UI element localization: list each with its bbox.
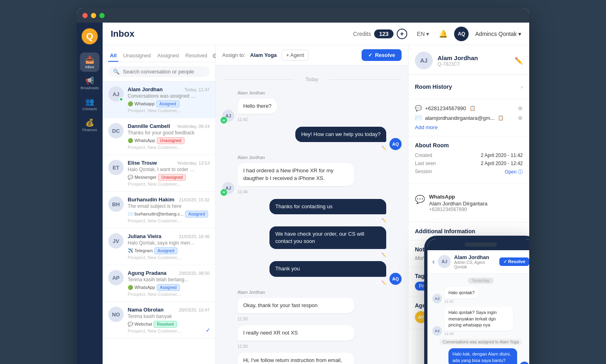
credits-badge: 123 bbox=[374, 29, 393, 38]
about-key: Created bbox=[415, 153, 432, 158]
conv-time: 28/03/20, 10:47 bbox=[179, 308, 210, 312]
conv-search: 🔍 bbox=[103, 62, 215, 82]
list-item[interactable]: JV Juliana Vieira 31/03/20, 18:46 Halo Q… bbox=[103, 228, 215, 265]
remove-email-icon[interactable]: ⊗ bbox=[518, 115, 523, 121]
conv-info: Dannille Cambell Yesterday, 09:24 Thanks… bbox=[128, 123, 210, 150]
conv-preview: Halo Qontak, saya ingin mena... bbox=[128, 240, 196, 246]
conv-name: Nama Obrolan bbox=[128, 307, 164, 313]
maximize-dot[interactable] bbox=[99, 13, 105, 18]
list-item[interactable]: BH Burhanudin Hakim 31/03/20, 15:32 The … bbox=[103, 192, 215, 228]
assign-name[interactable]: Alam Yoga bbox=[250, 52, 277, 58]
sidebar-item-broadcasts[interactable]: 📢 Broadcasts bbox=[80, 73, 99, 93]
remove-phone-icon[interactable]: ⊗ bbox=[518, 105, 523, 111]
conv-info: Agung Pradana 29/03/20, 08:50 Terima kas… bbox=[128, 270, 210, 297]
tab-assigned[interactable]: Assigned bbox=[156, 50, 180, 62]
mobile-msg-row: AJ Halo qontak? 11:42 bbox=[432, 287, 529, 303]
about-val: 2 April 2020 - 11:42 bbox=[481, 153, 523, 158]
mobile-back-button[interactable]: ‹ bbox=[432, 257, 435, 266]
sidebar-item-finances[interactable]: 💰 Finances bbox=[80, 115, 99, 135]
bubble: Hi, I've follow return instruction from … bbox=[238, 353, 354, 364]
msg-time: 11:50 bbox=[238, 344, 354, 349]
sidebar-logo: Q bbox=[82, 28, 98, 44]
contacts-icon: 👥 bbox=[85, 97, 94, 106]
tag-badge: Unassigned bbox=[158, 174, 186, 181]
panel-user-header: AJ Alam Jordhan Q-7823C7 ✏️ bbox=[408, 45, 529, 75]
edit-user-button[interactable]: ✏️ bbox=[515, 57, 523, 65]
msg-sender: Alam Jordhan bbox=[238, 90, 277, 95]
finances-icon: 💰 bbox=[85, 118, 94, 127]
avatar: JV bbox=[108, 233, 124, 249]
msg-time: 11:42 bbox=[238, 117, 277, 122]
conv-channel: 🟢 Whatsapp bbox=[128, 101, 155, 107]
minimize-dot[interactable] bbox=[91, 13, 96, 18]
mobile-avatar: AJ bbox=[432, 294, 442, 303]
sidebar-item-inbox[interactable]: 📥 Inbox bbox=[80, 52, 99, 72]
conv-name: Alam Jordhan bbox=[128, 86, 163, 92]
conversation-list: All Unassigned Assigned Resolved ⚙ 🔍 bbox=[103, 45, 216, 364]
conv-time: 29/03/20, 08:50 bbox=[179, 271, 210, 276]
mobile-overlay: ‹ AJ Alam Jordhan Admin CS, Agent Qontak… bbox=[424, 236, 529, 364]
date-divider: Today bbox=[222, 77, 402, 82]
bubble: Hello there? bbox=[238, 98, 277, 114]
avatar: AQ bbox=[389, 138, 402, 150]
add-more-link[interactable]: Add more bbox=[415, 124, 523, 130]
room-history-label: Room History bbox=[415, 84, 452, 90]
title-bar bbox=[77, 8, 529, 23]
msg-time: 11:50 bbox=[238, 317, 354, 321]
tab-unassigned[interactable]: Unassigned bbox=[122, 50, 153, 62]
search-input[interactable] bbox=[123, 69, 205, 75]
close-dot[interactable] bbox=[82, 13, 88, 18]
mobile-avatar: AJ bbox=[432, 326, 442, 336]
resolve-button[interactable]: ✓ Resolve bbox=[362, 49, 402, 61]
tag-badge: Unassigned bbox=[157, 137, 185, 144]
conv-name: Agung Pradana bbox=[128, 270, 166, 276]
avatar: DC bbox=[108, 123, 124, 138]
check-icon: ✓ bbox=[206, 327, 210, 333]
mobile-header: ‹ AJ Alam Jordhan Admin CS, Agent Qontak… bbox=[427, 250, 529, 274]
msg-row: AJ W Alam Jordhan I had ordered a New iP… bbox=[222, 155, 402, 194]
about-key: Last seen bbox=[415, 161, 436, 166]
msg-row: Hey! How can we help you today? 11:45 ✏️… bbox=[222, 127, 402, 150]
add-credits-button[interactable]: + bbox=[397, 29, 407, 39]
tab-all[interactable]: All bbox=[108, 50, 118, 62]
tab-resolved[interactable]: Resolved bbox=[184, 50, 209, 62]
conv-name: Dannille Cambell bbox=[128, 123, 170, 129]
avatar: AP bbox=[108, 270, 124, 285]
language-selector[interactable]: EN ▾ bbox=[414, 29, 432, 39]
conv-time: Yesterday, 09:24 bbox=[177, 124, 210, 129]
bubble: I had ordered a New iPhone XR for my dau… bbox=[238, 163, 354, 186]
conv-channel: ✉️ burhanudin@terbang.c... bbox=[128, 211, 183, 217]
whatsapp-dot: W bbox=[221, 189, 227, 196]
about-row: Session Open ⓘ bbox=[415, 169, 523, 176]
list-item[interactable]: AP Agung Pradana 29/03/20, 08:50 Terima … bbox=[103, 265, 215, 302]
admin-name[interactable]: Admincs Qontak ▾ bbox=[475, 31, 521, 37]
list-item[interactable]: DC Dannille Cambell Yesterday, 09:24 Tha… bbox=[103, 118, 215, 155]
conv-sub: Prospect, New Customer,... bbox=[128, 182, 210, 186]
notifications-button[interactable]: 🔔 bbox=[439, 29, 448, 38]
sidebar-label-inbox: Inbox bbox=[85, 65, 94, 69]
mobile-avatar: AJ bbox=[438, 255, 451, 268]
credits-section: Credits 123 + bbox=[353, 29, 407, 39]
lang-chevron-icon: ▾ bbox=[426, 31, 429, 37]
list-item[interactable]: AJ Alam Jordhan Today, 11:47 Conversatio… bbox=[103, 82, 215, 118]
mobile-resolve-button[interactable]: ✓ Resolve bbox=[499, 257, 529, 266]
bubble: We have check your order, our CS will co… bbox=[269, 226, 386, 249]
mobile-msg-time: 11:42 bbox=[444, 299, 479, 303]
conv-preview: Halo Qontak, I want to order wh... bbox=[128, 167, 196, 172]
msg-sender: Alam Jordhan bbox=[238, 155, 354, 160]
add-agent-button[interactable]: + Agent bbox=[282, 50, 308, 61]
phone-row: 💬 +6281234567890 📋 ⊗ bbox=[415, 105, 523, 111]
conv-info: Burhanudin Hakim 31/03/20, 15:32 The ema… bbox=[128, 197, 210, 223]
msg-time: 11:45 ✏️ bbox=[295, 146, 386, 150]
tag-badge: Assigned bbox=[185, 211, 208, 218]
whatsapp-icon: 💬 bbox=[415, 105, 422, 111]
list-item[interactable]: NO Nama Obrolan 28/03/20, 10:47 Terima k… bbox=[103, 302, 215, 339]
conv-sub: Prospect, New Customer,... bbox=[128, 218, 210, 223]
avatar: AJ W bbox=[222, 110, 234, 122]
list-item[interactable]: ET Elise Trouw Yesterday, 13:53 Halo Qon… bbox=[103, 155, 215, 192]
whatsapp-channel-icon: 💬 bbox=[415, 195, 425, 204]
room-history-button[interactable]: Room History › bbox=[415, 80, 523, 93]
email-icon: ✉️ bbox=[415, 115, 422, 121]
sidebar-item-contacts[interactable]: 👥 Contacts bbox=[80, 94, 99, 114]
topbar: Inbox Credits 123 + EN ▾ 🔔 AQ Admincs Qo… bbox=[103, 23, 529, 45]
